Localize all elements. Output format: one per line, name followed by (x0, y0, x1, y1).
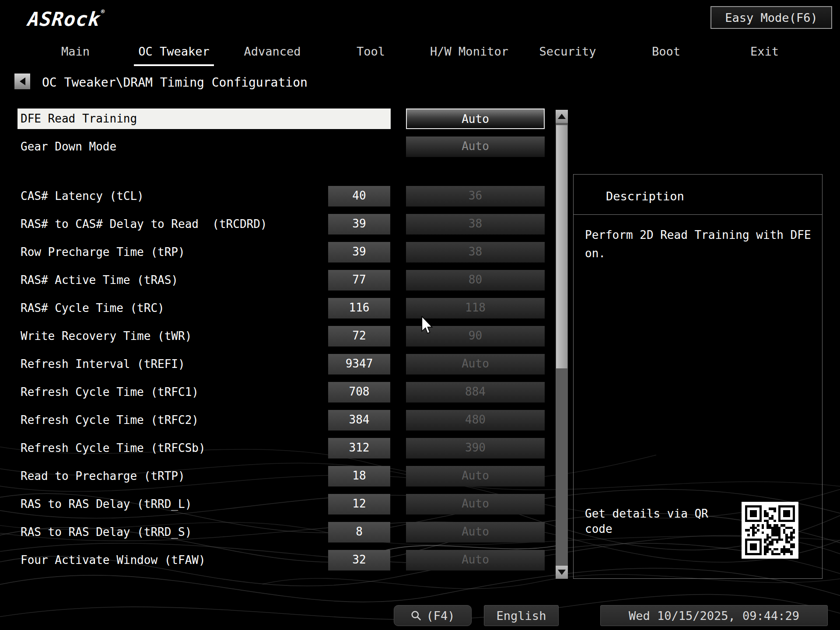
table-row: RAS# to CAS# Delay to Read (tRCDRD) 39 3… (18, 214, 562, 234)
search-button[interactable]: (F4) (394, 605, 472, 626)
tab-label: Boot (648, 45, 685, 64)
current-value-box[interactable]: 39 (328, 242, 390, 262)
tab-label: Exit (746, 45, 783, 64)
scroll-up-button[interactable] (556, 110, 568, 123)
current-value-box[interactable]: 312 (328, 438, 390, 458)
current-value-box[interactable]: 72 (328, 326, 390, 346)
setting-label: RAS# Active Time (tRAS) (18, 270, 178, 290)
scroll-down-button[interactable] (556, 566, 568, 579)
language-label: English (497, 609, 546, 623)
datetime-text: Wed 10/15/2025, 09:44:29 (629, 609, 799, 623)
table-row: RAS to RAS Delay (tRRD_L) 12 Auto (18, 494, 562, 514)
current-value-box[interactable]: 708 (328, 382, 390, 402)
search-hotkey-label: (F4) (426, 609, 455, 623)
table-row: Four Activate Window (tFAW) 32 Auto (18, 550, 562, 570)
settings-list: DFE Read Training Auto Gear Down Mode Au… (18, 0, 562, 582)
target-value-box: Auto (406, 466, 545, 486)
tab-exit[interactable]: Exit (715, 42, 814, 69)
search-icon (410, 610, 422, 621)
qr-caption: Get details via QR code (585, 506, 721, 537)
setting-label: Refresh Cycle Time (tRFC2) (18, 410, 199, 430)
easy-mode-button[interactable]: Easy Mode(F6) (710, 6, 832, 29)
table-row: Refresh Cycle Time (tRFCSb) 312 390 (18, 438, 562, 458)
table-row: Read to Precharge (tRTP) 18 Auto (18, 466, 562, 486)
table-row: Write Recovery Time (tWR) 72 90 (18, 326, 562, 346)
table-row: Refresh Interval (tREFI) 9347 Auto (18, 354, 562, 374)
table-row: Refresh Cycle Time (tRFC2) 384 480 (18, 410, 562, 430)
qr-code-svg (745, 505, 795, 555)
setting-label: Refresh Interval (tREFI) (18, 354, 185, 374)
target-value-box: Auto (406, 550, 545, 570)
setting-label: RAS# Cycle Time (tRC) (18, 298, 164, 318)
target-value-box: Auto (406, 494, 545, 514)
target-value-box: 80 (406, 270, 545, 290)
target-value-box: 118 (406, 298, 545, 318)
current-value-box[interactable]: 32 (328, 550, 390, 570)
current-value-box[interactable]: 39 (328, 214, 390, 234)
current-value-box[interactable]: 9347 (328, 354, 390, 374)
target-value-box: 90 (406, 326, 545, 346)
scrollbar (556, 110, 568, 579)
description-text: Perform 2D Read Training with DFE on. (574, 215, 822, 262)
setting-label: Four Activate Window (tFAW) (18, 550, 206, 570)
table-row: RAS# Cycle Time (tRC) 116 118 (18, 298, 562, 318)
language-button[interactable]: English (484, 605, 559, 626)
target-value-box: Auto (406, 354, 545, 374)
target-value-box: Auto (406, 522, 545, 542)
setting-row-dfe-read-training: DFE Read Training Auto (18, 108, 562, 129)
table-row: RAS to RAS Delay (tRRD_S) 8 Auto (18, 522, 562, 542)
scroll-thumb[interactable] (556, 125, 567, 368)
description-title: Description (574, 189, 822, 203)
tab-boot[interactable]: Boot (617, 42, 715, 69)
setting-label: Write Recovery Time (tWR) (18, 326, 192, 346)
current-value-box[interactable]: 18 (328, 466, 390, 486)
setting-label: RAS to RAS Delay (tRRD_L) (18, 494, 192, 514)
target-value-box: 884 (406, 382, 545, 402)
current-value-box[interactable]: 116 (328, 298, 390, 318)
target-value-box: 36 (406, 186, 545, 206)
target-value-box: 38 (406, 214, 545, 234)
target-value-box: 390 (406, 438, 545, 458)
setting-label: Refresh Cycle Time (tRFC1) (18, 382, 199, 402)
description-panel: Description Perform 2D Read Training wit… (573, 174, 822, 579)
value-dropdown[interactable]: Auto (406, 136, 545, 157)
setting-label[interactable]: Gear Down Mode (18, 136, 116, 157)
setting-label: RAS# to CAS# Delay to Read (tRCDRD) (18, 214, 267, 234)
table-row: CAS# Latency (tCL) 40 36 (18, 186, 562, 206)
qr-code (742, 502, 798, 559)
arrow-down-icon (558, 570, 566, 575)
setting-label: Read to Precharge (tRTP) (18, 466, 185, 486)
table-row: Row Precharge Time (tRP) 39 38 (18, 242, 562, 262)
current-value-box[interactable]: 40 (328, 186, 390, 206)
table-row: RAS# Active Time (tRAS) 77 80 (18, 270, 562, 290)
setting-label-selected[interactable]: DFE Read Training (18, 108, 391, 129)
easy-mode-label: Easy Mode(F6) (725, 11, 817, 24)
target-value-box: 480 (406, 410, 545, 430)
current-value-box[interactable]: 384 (328, 410, 390, 430)
current-value-box[interactable]: 12 (328, 494, 390, 514)
table-row: Refresh Cycle Time (tRFC1) 708 884 (18, 382, 562, 402)
value-dropdown-selected[interactable]: Auto (406, 108, 545, 129)
setting-row-gear-down-mode: Gear Down Mode Auto (18, 136, 562, 157)
target-value-box: 38 (406, 242, 545, 262)
current-value-box[interactable]: 8 (328, 522, 390, 542)
arrow-up-icon (558, 114, 566, 119)
setting-label: Row Precharge Time (tRP) (18, 242, 185, 262)
setting-label: Refresh Cycle Time (tRFCSb) (18, 438, 206, 458)
setting-label: RAS to RAS Delay (tRRD_S) (18, 522, 192, 542)
setting-label: CAS# Latency (tCL) (18, 186, 144, 206)
datetime-display: Wed 10/15/2025, 09:44:29 (600, 605, 828, 626)
scroll-track[interactable] (556, 123, 568, 566)
current-value-box[interactable]: 77 (328, 270, 390, 290)
